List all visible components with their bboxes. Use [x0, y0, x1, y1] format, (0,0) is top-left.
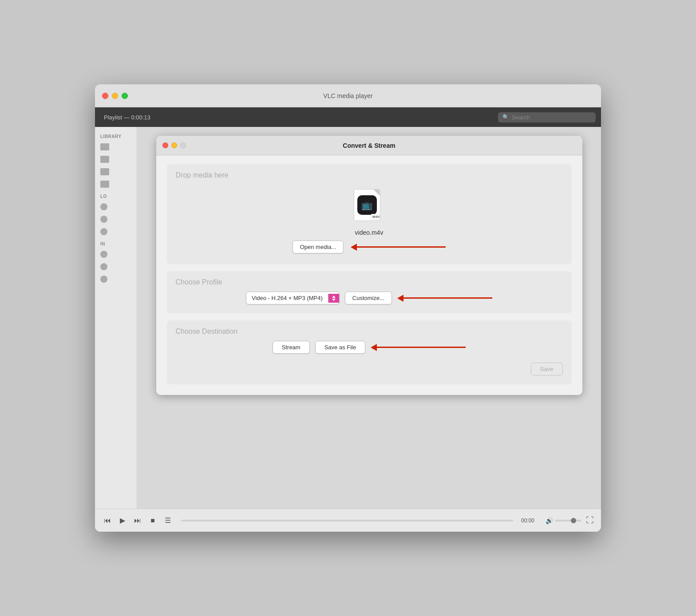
sidebar-item-internet-1[interactable]: [95, 248, 137, 261]
sidebar-item-2[interactable]: [95, 153, 137, 166]
stream-button[interactable]: Stream: [273, 341, 310, 354]
fast-forward-button[interactable]: ⏭: [132, 515, 143, 526]
traffic-lights: [102, 93, 128, 99]
sidebar-item-1[interactable]: [95, 141, 137, 153]
sidebar-item-4[interactable]: [95, 178, 137, 190]
profile-select-container[interactable]: Video - H.264 + MP3 (MP4): [246, 292, 340, 304]
search-box[interactable]: 🔍: [498, 112, 596, 122]
sidebar-icon-local-2: [100, 216, 107, 223]
sidebar-item-local-3[interactable]: [95, 225, 137, 238]
save-row: Save: [176, 363, 563, 375]
sidebar-icon-internet-3: [100, 276, 107, 283]
main-content: LIBRARY LO IN: [95, 127, 601, 509]
toolbar: Playlist — 0:00:13 🔍: [95, 107, 601, 127]
minimize-button[interactable]: [112, 93, 118, 99]
sidebar-icon-internet-2: [100, 263, 107, 270]
arrow-head-destination: [371, 344, 377, 351]
drop-area: 📺 M4V video.m4v Open media...: [176, 185, 563, 255]
drop-media-section: Drop media here 📺 M4V: [167, 164, 572, 264]
sidebar: LIBRARY LO IN: [95, 127, 137, 509]
dialog-title: Convert & Stream: [343, 142, 395, 149]
stop-button[interactable]: ■: [147, 515, 158, 526]
dialog-zoom-button[interactable]: [180, 142, 186, 148]
sidebar-icon-1: [100, 143, 109, 150]
volume-bar[interactable]: [555, 520, 581, 521]
sidebar-item-local-2[interactable]: [95, 213, 137, 225]
file-icon: 📺 M4V: [354, 189, 385, 225]
file-icon-body: 📺 M4V: [354, 189, 380, 221]
profile-row: Video - H.264 + MP3 (MP4) Customize...: [176, 292, 563, 304]
file-type-badge: M4V: [371, 214, 380, 220]
open-media-row: Open media...: [293, 241, 446, 253]
file-name: video.m4v: [355, 229, 384, 236]
volume-container: 🔊: [546, 517, 581, 524]
customize-button[interactable]: Customize...: [345, 292, 392, 304]
arrow-open-media: [351, 244, 446, 251]
arrow-head-customize: [397, 295, 403, 302]
arrow-line-destination: [377, 347, 466, 348]
dialog-traffic-lights: [162, 142, 186, 148]
play-button[interactable]: ▶: [117, 515, 128, 526]
sidebar-icon-internet-1: [100, 251, 107, 258]
fullscreen-button[interactable]: [122, 93, 128, 99]
sidebar-icon-local-1: [100, 203, 107, 210]
main-window: VLC media player Playlist — 0:00:13 🔍 LI…: [95, 84, 601, 532]
profile-select-label: Video - H.264 + MP3 (MP4): [246, 292, 328, 304]
arrow-head-open-media: [351, 244, 357, 251]
volume-icon: 🔊: [546, 517, 553, 524]
appletv-icon: 📺: [361, 200, 372, 210]
internet-section-label: IN: [95, 238, 137, 248]
arrow-destination: [371, 344, 466, 351]
progress-bar[interactable]: [181, 520, 513, 521]
volume-knob: [571, 518, 576, 523]
titlebar: VLC media player: [95, 84, 601, 107]
appletv-icon-container: 📺: [357, 195, 377, 215]
profile-spinner[interactable]: [328, 294, 339, 303]
rewind-button[interactable]: ⏮: [102, 515, 113, 526]
sidebar-icon-music: [100, 168, 109, 175]
save-button: Save: [531, 363, 563, 375]
dialog-minimize-button[interactable]: [171, 142, 177, 148]
local-section-label: LO: [95, 190, 137, 201]
transport-bar: ⏮ ▶ ⏭ ■ ☰ 00:00 🔊 ⛶: [95, 509, 601, 532]
choose-profile-section: Choose Profile Video - H.264 + MP3 (MP4)…: [167, 271, 572, 313]
destination-section-label: Choose Destination: [176, 328, 563, 336]
close-button[interactable]: [102, 93, 108, 99]
sidebar-icon-video: [100, 181, 109, 188]
choose-destination-section: Choose Destination Stream Save as File S…: [167, 320, 572, 384]
file-corner: [374, 190, 380, 196]
open-media-button[interactable]: Open media...: [293, 241, 344, 253]
dialog-area: Convert & Stream Drop media here: [137, 127, 601, 509]
spinner-down-icon: [332, 299, 336, 301]
dialog-body: Drop media here 📺 M4V: [156, 155, 582, 395]
dialog-close-button[interactable]: [162, 142, 168, 148]
sidebar-icon-local-3: [100, 228, 107, 235]
spinner-up-icon: [332, 296, 336, 298]
search-icon: 🔍: [502, 114, 509, 120]
library-label: LIBRARY: [95, 130, 137, 141]
menu-button[interactable]: ☰: [162, 515, 173, 526]
sidebar-item-local-1[interactable]: [95, 201, 137, 213]
destination-row: Stream Save as File: [176, 341, 563, 354]
arrow-customize: [397, 295, 492, 302]
profile-section-label: Choose Profile: [176, 278, 563, 286]
convert-stream-dialog: Convert & Stream Drop media here: [156, 136, 582, 395]
arrow-line-customize: [403, 297, 492, 299]
sidebar-icon-2: [100, 156, 109, 163]
dialog-titlebar: Convert & Stream: [156, 136, 582, 155]
save-as-file-button[interactable]: Save as File: [315, 341, 366, 354]
drop-section-label: Drop media here: [176, 171, 563, 179]
window-title: VLC media player: [323, 92, 372, 99]
arrow-line-open-media: [357, 246, 446, 248]
file-icon-container: 📺 M4V: [354, 189, 385, 225]
sidebar-item-3[interactable]: [95, 166, 137, 178]
fullscreen-transport-button[interactable]: ⛶: [586, 516, 594, 525]
playlist-label: Playlist — 0:00:13: [100, 114, 494, 121]
search-input[interactable]: [512, 114, 591, 121]
time-display: 00:00: [521, 517, 541, 524]
sidebar-item-internet-2[interactable]: [95, 261, 137, 273]
sidebar-item-internet-3[interactable]: [95, 273, 137, 285]
